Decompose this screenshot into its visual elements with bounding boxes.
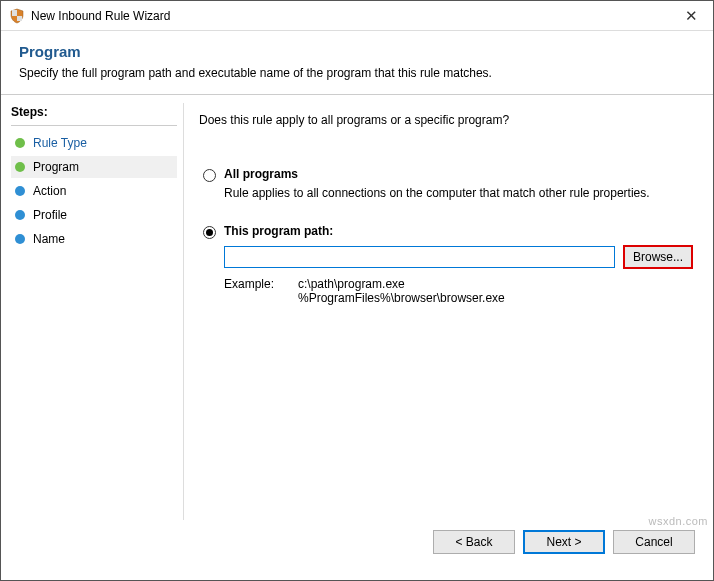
radio-icon[interactable] [203, 226, 216, 239]
sidebar-item-program[interactable]: Program [11, 156, 177, 178]
question-text: Does this rule apply to all programs or … [199, 113, 693, 127]
option-all-programs[interactable]: All programs [203, 167, 693, 182]
program-path-input[interactable] [224, 246, 615, 268]
bullet-icon [15, 210, 25, 220]
sidebar-item-action[interactable]: Action [11, 180, 177, 202]
sidebar-item-label: Profile [33, 208, 67, 222]
option-all-desc: Rule applies to all connections on the c… [224, 186, 693, 200]
option-label: This program path: [224, 224, 333, 238]
sidebar-item-label: Action [33, 184, 66, 198]
steps-sidebar: Steps: Rule Type Program Action Profile … [1, 95, 183, 520]
back-button[interactable]: < Back [433, 530, 515, 554]
page-header: Program Specify the full program path an… [1, 31, 713, 94]
body: Steps: Rule Type Program Action Profile … [1, 95, 713, 520]
sidebar-item-rule-type[interactable]: Rule Type [11, 132, 177, 154]
example-label: Example: [224, 277, 298, 305]
close-button[interactable]: ✕ [669, 1, 713, 31]
bullet-icon [15, 186, 25, 196]
radio-icon[interactable] [203, 169, 216, 182]
example-row: Example: c:\path\program.exe %ProgramFil… [224, 277, 693, 305]
bullet-icon [15, 138, 25, 148]
steps-divider [11, 125, 177, 126]
title-bar: New Inbound Rule Wizard ✕ [1, 1, 713, 31]
next-button[interactable]: Next > [523, 530, 605, 554]
shield-icon [9, 8, 25, 24]
sidebar-item-name[interactable]: Name [11, 228, 177, 250]
close-icon: ✕ [685, 7, 698, 25]
footer: < Back Next > Cancel [1, 520, 713, 580]
example-values: c:\path\program.exe %ProgramFiles%\brows… [298, 277, 505, 305]
option-label: All programs [224, 167, 298, 181]
wizard-window: New Inbound Rule Wizard ✕ Program Specif… [0, 0, 714, 581]
bullet-icon [15, 162, 25, 172]
cancel-button[interactable]: Cancel [613, 530, 695, 554]
option-this-program-path[interactable]: This program path: [203, 224, 693, 239]
option-group: All programs Rule applies to all connect… [203, 167, 693, 305]
path-row: Browse... [224, 245, 693, 269]
browse-button[interactable]: Browse... [623, 245, 693, 269]
sidebar-item-label: Name [33, 232, 65, 246]
sidebar-item-label: Rule Type [33, 136, 87, 150]
main-panel: Does this rule apply to all programs or … [183, 95, 713, 520]
page-title: Program [19, 43, 695, 60]
sidebar-item-profile[interactable]: Profile [11, 204, 177, 226]
page-subtitle: Specify the full program path and execut… [19, 66, 695, 80]
svg-rect-1 [17, 16, 22, 21]
steps-title: Steps: [11, 105, 177, 119]
vertical-divider [183, 103, 184, 520]
bullet-icon [15, 234, 25, 244]
svg-rect-0 [12, 10, 17, 16]
window-title: New Inbound Rule Wizard [31, 9, 669, 23]
sidebar-item-label: Program [33, 160, 79, 174]
